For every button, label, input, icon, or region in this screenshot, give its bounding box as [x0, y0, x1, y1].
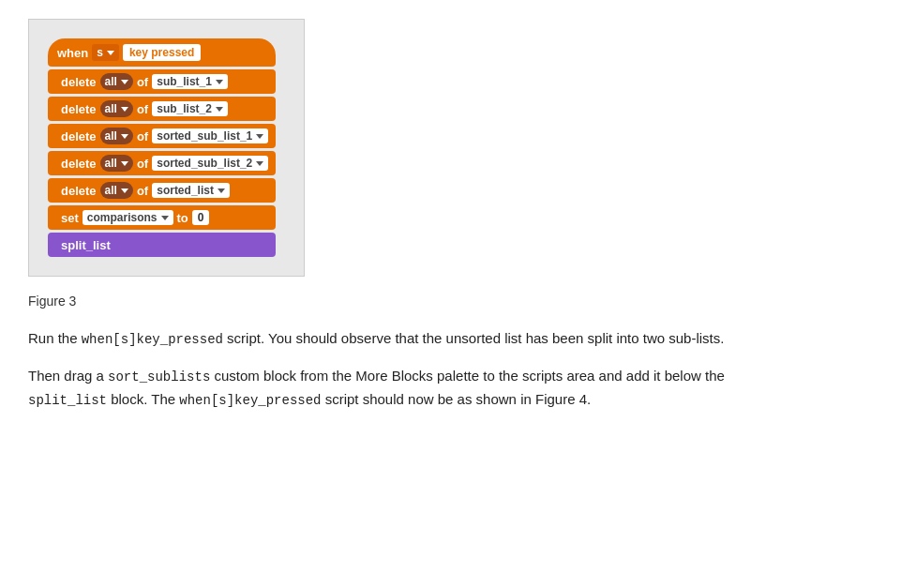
text-of-5: of: [137, 184, 148, 198]
paragraph-2: Then drag a sort_sublists custom block f…: [28, 365, 797, 411]
dropdown-key[interactable]: s: [92, 44, 119, 61]
figure-container: when s key pressed delete all of sub_lis…: [28, 19, 873, 309]
dropdown-comparisons[interactable]: comparisons: [83, 210, 173, 225]
scratch-block-stack: when s key pressed delete all of sub_lis…: [48, 38, 276, 257]
text-of-1: of: [137, 75, 148, 89]
paragraph-1: Run the when[s]key_pressed script. You s…: [28, 327, 797, 350]
figure-label: Figure 3: [28, 294, 873, 309]
code-sort-sublists: sort_sublists: [108, 369, 210, 384]
text-delete-2: delete: [61, 102, 97, 116]
dropdown-all-5[interactable]: all: [100, 182, 133, 199]
arrow-all-5: [121, 188, 128, 193]
dropdown-arrow-key: [107, 51, 114, 55]
dropdown-list-5[interactable]: sorted_list: [152, 183, 230, 198]
dropdown-all-4[interactable]: all: [100, 155, 133, 172]
text-of-4: of: [137, 157, 148, 171]
text-delete-3: delete: [61, 129, 97, 143]
split-list-label: split_list: [61, 238, 111, 252]
key-pressed-label: key pressed: [123, 44, 201, 61]
text-of-2: of: [137, 102, 148, 116]
value-zero: 0: [192, 210, 210, 225]
block-text-when: when: [57, 46, 88, 60]
arrow-all-3: [121, 134, 128, 139]
text-delete-4: delete: [61, 157, 97, 171]
arrow-all-4: [121, 161, 128, 166]
code-split-list: split_list: [28, 393, 107, 408]
arrow-list-5: [218, 188, 225, 193]
arrow-comparisons: [161, 216, 169, 220]
code-when-s-key-pressed-2: when[s]key_pressed: [179, 393, 321, 408]
arrow-all-1: [121, 80, 128, 84]
text-set: set: [61, 211, 79, 225]
dropdown-list-4[interactable]: sorted_sub_list_2: [152, 156, 268, 171]
dropdown-all-1[interactable]: all: [100, 73, 133, 90]
code-when-s-key-pressed-1: when[s]key_pressed: [82, 332, 223, 347]
arrow-list-1: [216, 80, 223, 84]
block-set-comparisons: set comparisons to 0: [48, 205, 276, 230]
text-to: to: [177, 211, 188, 225]
block-delete-sorted-sub-list-2: delete all of sorted_sub_list_2: [48, 151, 276, 175]
block-delete-sub-list-1: delete all of sub_list_1: [48, 69, 276, 94]
dropdown-all-2[interactable]: all: [100, 100, 133, 117]
block-delete-sorted-sub-list-1: delete all of sorted_sub_list_1: [48, 124, 276, 148]
figure-image: when s key pressed delete all of sub_lis…: [28, 19, 305, 277]
text-delete-5: delete: [61, 184, 97, 198]
arrow-all-2: [121, 107, 128, 112]
arrow-list-2: [216, 107, 223, 112]
block-when-key-pressed: when s key pressed: [48, 38, 276, 67]
text-of-3: of: [137, 129, 148, 143]
block-delete-sub-list-2: delete all of sub_list_2: [48, 97, 276, 121]
dropdown-all-3[interactable]: all: [100, 128, 133, 144]
dropdown-list-2[interactable]: sub_list_2: [152, 101, 228, 116]
text-delete-1: delete: [61, 75, 97, 89]
block-split-list: split_list: [48, 233, 276, 257]
dropdown-list-3[interactable]: sorted_sub_list_1: [152, 128, 268, 143]
arrow-list-3: [256, 134, 263, 139]
block-delete-sorted-list: delete all of sorted_list: [48, 178, 276, 203]
dropdown-list-1[interactable]: sub_list_1: [152, 74, 228, 89]
arrow-list-4: [256, 161, 263, 166]
